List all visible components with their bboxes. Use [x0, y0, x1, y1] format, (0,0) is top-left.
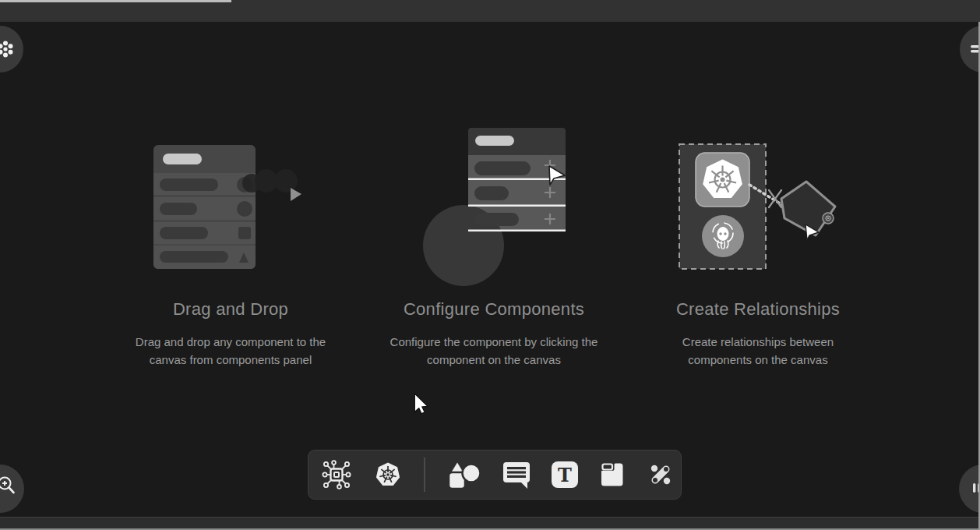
text-tool-glyph: T	[558, 464, 572, 486]
card-title: Drag and Drop	[98, 299, 363, 320]
shapes-icon	[446, 459, 481, 490]
link-edge-icon	[647, 461, 675, 489]
drag-cursor-icon	[291, 188, 301, 201]
drag-and-drop-illustration	[153, 144, 304, 270]
kubernetes-tool-button[interactable]	[372, 459, 404, 490]
shapes-tool-button[interactable]	[446, 459, 481, 490]
panel-title-pill	[163, 154, 202, 164]
top-bar	[0, 0, 980, 22]
configure-components-illustration	[423, 125, 592, 290]
component-mesh-tool-button[interactable]	[321, 459, 352, 490]
mesh-mascot-node	[702, 215, 744, 257]
card-description: Create relationships between components …	[671, 334, 846, 369]
text-tool-button[interactable]: T	[552, 461, 578, 488]
comment-icon	[502, 461, 531, 489]
x-mark	[769, 190, 781, 207]
card-description: Configure the component by clicking the …	[373, 334, 615, 369]
kubernetes-icon	[372, 459, 404, 490]
canvas-toolbar: T	[308, 450, 682, 500]
create-relationships-illustration	[670, 140, 849, 273]
kubernetes-node	[696, 153, 749, 207]
link-edge-tool-button[interactable]	[647, 461, 675, 489]
card-title: Configure Components	[361, 299, 626, 320]
text-tool-icon: T	[552, 461, 578, 488]
card-create-relationships: Create Relationships Create relationship…	[626, 299, 890, 369]
card-configure-components: Configure Components Configure the compo…	[361, 299, 626, 369]
zoom-in-icon	[0, 475, 16, 496]
mouse-cursor-icon	[414, 393, 429, 415]
flower-icon	[0, 39, 16, 59]
component-mesh-icon	[321, 459, 352, 490]
components-panel-mockup	[153, 145, 256, 269]
panel-title-pill	[475, 136, 514, 146]
progress-line	[0, 0, 231, 2]
gear-badge-icon	[823, 213, 834, 224]
card-description: Drag and drop any component to the canva…	[122, 334, 340, 369]
note-icon	[598, 461, 626, 489]
card-title: Create Relationships	[626, 299, 890, 320]
comment-tool-button[interactable]	[502, 461, 531, 489]
config-panel-mockup	[423, 128, 566, 286]
note-tool-button[interactable]	[598, 461, 626, 489]
toolbar-divider	[424, 458, 425, 492]
card-drag-and-drop: Drag and Drop Drag and drop any componen…	[98, 299, 363, 369]
